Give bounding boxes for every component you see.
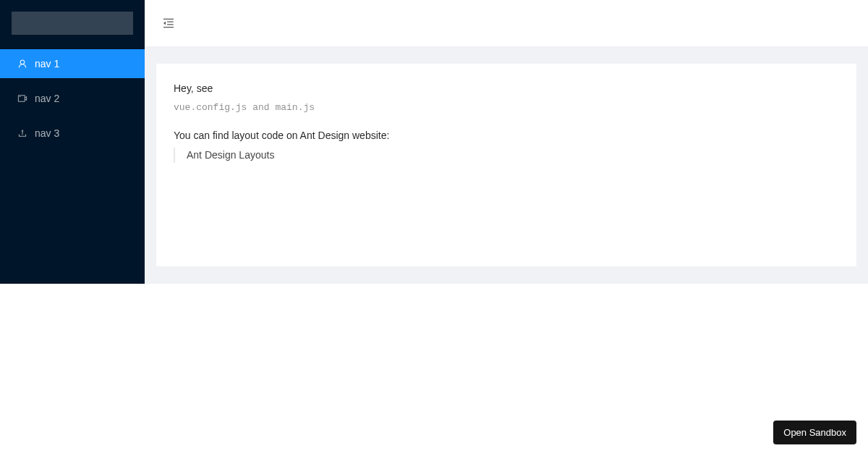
video-camera-icon <box>17 93 27 104</box>
layouts-link[interactable]: Ant Design Layouts <box>187 149 274 161</box>
logo-placeholder <box>12 12 133 35</box>
main-area: Hey, see vue.config.js and main.js You c… <box>145 0 868 284</box>
sidebar-item-nav-2[interactable]: nav 2 <box>0 84 145 113</box>
sidebar-item-label: nav 1 <box>35 49 59 78</box>
upload-icon <box>17 128 27 138</box>
open-sandbox-button[interactable]: Open Sandbox <box>773 421 856 444</box>
user-icon <box>17 59 27 69</box>
content-panel: Hey, see vue.config.js and main.js You c… <box>156 64 856 266</box>
sidebar-item-nav-3[interactable]: nav 3 <box>0 119 145 148</box>
content-text-1: Hey, see <box>174 81 839 96</box>
app-layout: nav 1 nav 2 nav 3 Hey, see vue <box>0 0 868 284</box>
blockquote: Ant Design Layouts <box>174 148 839 163</box>
header <box>145 0 868 46</box>
content-text-2: You can find layout code on Ant Design w… <box>174 128 839 143</box>
sidebar-item-label: nav 2 <box>35 84 59 113</box>
menu-fold-icon[interactable] <box>162 17 175 30</box>
sidebar: nav 1 nav 2 nav 3 <box>0 0 145 284</box>
content-code: vue.config.js and main.js <box>174 101 839 115</box>
sidebar-menu: nav 1 nav 2 nav 3 <box>0 46 145 148</box>
sidebar-item-nav-1[interactable]: nav 1 <box>0 49 145 78</box>
sidebar-item-label: nav 3 <box>35 119 59 148</box>
